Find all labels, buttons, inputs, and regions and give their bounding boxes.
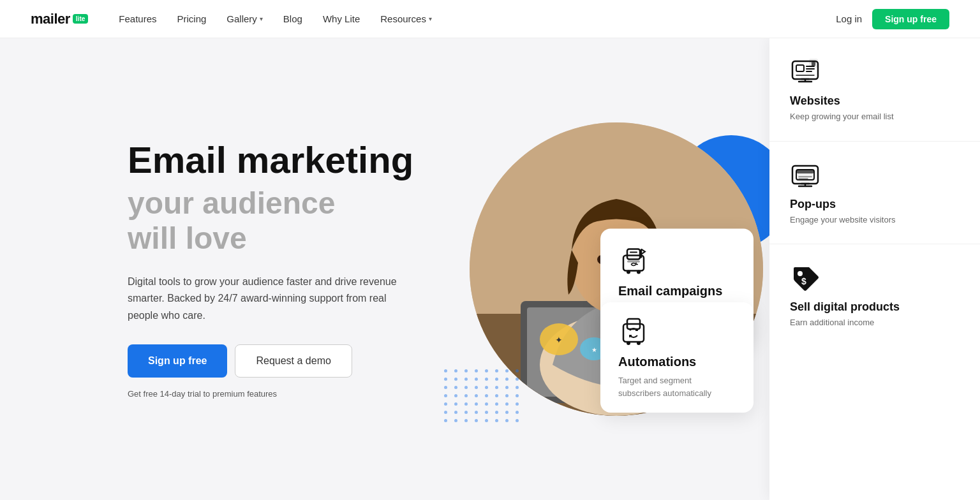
sell-feature-desc: Earn additional income	[790, 316, 874, 329]
hero-subtitle-line3: will love	[128, 221, 247, 255]
sell-feature-title: Sell digital products	[790, 300, 900, 314]
hero-description: Digital tools to grow your audience fast…	[128, 274, 408, 324]
nav-link-resources[interactable]: Resources ▾	[380, 13, 432, 24]
svg-rect-16	[627, 261, 640, 263]
hero-title-line1: Email marketing	[128, 140, 413, 180]
navigation: mailer lite Features Pricing Gallery ▾ B…	[0, 0, 980, 38]
email-campaigns-icon	[618, 244, 649, 275]
nav-link-whylite[interactable]: Why Lite	[323, 13, 360, 24]
hero-subtitle-line2: your audience	[128, 186, 335, 220]
automations-icon	[618, 315, 649, 346]
svg-text:✦: ✦	[555, 335, 563, 345]
chevron-down-icon: ▾	[260, 15, 263, 22]
svg-rect-13	[627, 249, 640, 260]
hero-content: Email marketing your audience will love …	[128, 140, 413, 399]
svg-point-41	[798, 271, 803, 276]
popups-feature-desc: Engage your website visitors	[790, 214, 895, 226]
sidebar-feature-sell[interactable]: $ Sell digital products Earn additional …	[769, 244, 980, 347]
nav-right: Log in Sign up free	[836, 9, 949, 29]
automations-card: Automations Target and segment subscribe…	[600, 302, 754, 413]
automations-title: Automations	[618, 355, 736, 369]
signup-button[interactable]: Sign up free	[128, 344, 227, 378]
svg-point-18	[637, 270, 641, 274]
demo-button[interactable]: Request a demo	[235, 344, 352, 378]
svg-rect-35	[796, 170, 814, 173]
svg-rect-24	[796, 65, 804, 71]
trial-text: Get free 14-day trial to premium feature…	[128, 389, 413, 399]
chevron-down-icon-resources: ▾	[429, 15, 432, 22]
svg-text:$: $	[801, 276, 806, 286]
nav-link-features[interactable]: Features	[119, 13, 156, 24]
sidebar-feature-popups[interactable]: Pop-ups Engage your website visitors	[769, 142, 980, 245]
logo-badge: lite	[73, 14, 88, 24]
nav-links: Features Pricing Gallery ▾ Blog Why Lite…	[119, 13, 836, 24]
svg-point-17	[627, 270, 630, 274]
sell-digital-icon: $	[790, 262, 820, 293]
svg-text:★: ★	[591, 346, 597, 353]
hero-buttons: Sign up free Request a demo	[128, 344, 413, 378]
login-button[interactable]: Log in	[836, 13, 862, 24]
email-campaigns-title: Email campaigns	[618, 284, 736, 298]
right-sidebar: Websites Keep growing your email list	[769, 38, 980, 500]
svg-rect-14	[630, 252, 637, 253]
logo[interactable]: mailer lite	[31, 11, 88, 27]
svg-point-22	[637, 341, 641, 345]
sidebar-feature-websites[interactable]: Websites Keep growing your email list	[769, 38, 980, 142]
websites-feature-desc: Keep growing your email list	[790, 110, 894, 123]
nav-link-blog[interactable]: Blog	[283, 13, 302, 24]
hero-section: Email marketing your audience will love …	[0, 38, 980, 500]
popups-feature-title: Pop-ups	[790, 198, 836, 211]
websites-feature-title: Websites	[790, 94, 840, 108]
nav-link-pricing[interactable]: Pricing	[177, 13, 206, 24]
popups-icon	[790, 159, 820, 190]
svg-point-21	[627, 341, 630, 345]
websites-icon	[790, 56, 820, 87]
automations-desc: Target and segment subscribers automatic…	[618, 374, 736, 400]
nav-link-gallery[interactable]: Gallery ▾	[226, 13, 263, 24]
hero-subtitle: your audience will love	[128, 186, 413, 256]
logo-text: mailer	[31, 11, 70, 27]
nav-signup-button[interactable]: Sign up free	[872, 9, 949, 29]
dots-decoration	[444, 369, 521, 422]
